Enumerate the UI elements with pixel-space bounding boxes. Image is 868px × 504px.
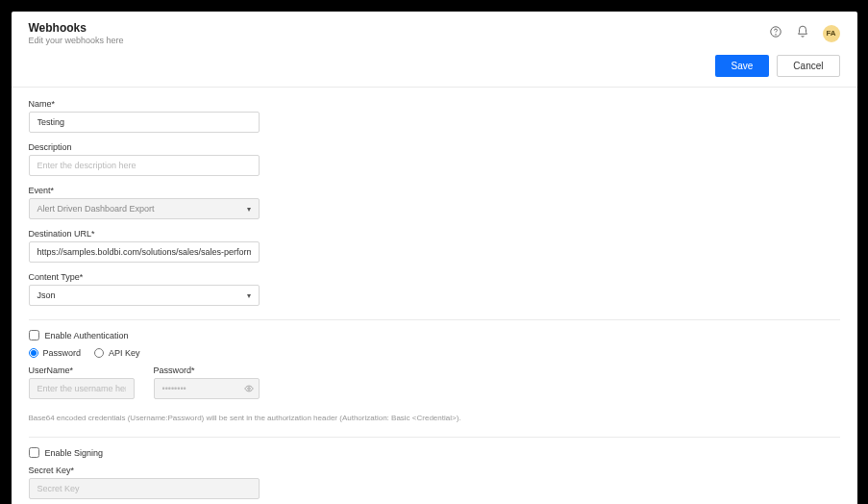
enable-signing-row: Enable Signing bbox=[29, 447, 840, 458]
divider bbox=[29, 319, 840, 320]
enable-auth-label: Enable Authentication bbox=[45, 331, 129, 340]
content-type-selected-value: Json bbox=[37, 290, 56, 300]
field-destination-url: Destination URL* bbox=[29, 229, 840, 263]
cancel-button[interactable]: Cancel bbox=[777, 55, 839, 77]
event-label: Event* bbox=[29, 186, 840, 195]
auth-type-radio-group: Password API Key bbox=[29, 348, 840, 358]
svg-point-2 bbox=[247, 388, 250, 391]
destination-input[interactable] bbox=[29, 241, 260, 263]
form-main: Name* Description Event* Alert Driven Da… bbox=[12, 88, 857, 504]
secret-key-input[interactable] bbox=[29, 478, 260, 499]
eye-icon[interactable] bbox=[244, 384, 254, 393]
header-actions: FA bbox=[769, 25, 840, 42]
header: Webhooks Edit your webhooks here FA bbox=[12, 12, 857, 51]
username-input[interactable] bbox=[29, 378, 135, 399]
description-input[interactable] bbox=[29, 155, 260, 176]
radio-password-item: Password bbox=[29, 348, 82, 358]
content-type-label: Content Type* bbox=[29, 272, 840, 282]
description-label: Description bbox=[29, 142, 840, 152]
action-bar: Save Cancel bbox=[12, 51, 857, 88]
radio-password[interactable] bbox=[29, 348, 38, 358]
page-title: Webhooks bbox=[29, 21, 124, 35]
enable-auth-row: Enable Authentication bbox=[29, 330, 840, 340]
divider bbox=[29, 437, 840, 438]
radio-apikey-label: API Key bbox=[109, 348, 140, 358]
title-block: Webhooks Edit your webhooks here bbox=[29, 21, 124, 45]
secret-key-label: Secret Key* bbox=[29, 466, 840, 475]
chevron-down-icon: ▾ bbox=[247, 205, 251, 214]
field-description: Description bbox=[29, 142, 840, 176]
name-input[interactable] bbox=[29, 112, 260, 133]
chevron-down-icon: ▾ bbox=[247, 291, 251, 300]
radio-password-label: Password bbox=[43, 348, 82, 358]
enable-auth-checkbox[interactable] bbox=[29, 330, 39, 340]
enable-signing-checkbox[interactable] bbox=[29, 447, 39, 458]
field-content-type: Content Type* Json ▾ bbox=[29, 272, 840, 306]
event-selected-value: Alert Driven Dashboard Export bbox=[37, 204, 155, 214]
enable-signing-label: Enable Signing bbox=[45, 448, 104, 458]
auth-credentials-row: UserName* Password* bbox=[29, 365, 840, 409]
name-label: Name* bbox=[29, 99, 840, 109]
field-username: UserName* bbox=[29, 365, 135, 399]
avatar[interactable]: FA bbox=[823, 25, 840, 42]
save-button[interactable]: Save bbox=[715, 55, 770, 77]
username-label: UserName* bbox=[29, 365, 135, 375]
auth-help-text: Base64 encoded credentials (Username:Pas… bbox=[29, 413, 840, 423]
field-event: Event* Alert Driven Dashboard Export ▾ bbox=[29, 186, 840, 219]
app-window: Webhooks Edit your webhooks here FA Save… bbox=[12, 12, 857, 504]
password-label: Password* bbox=[154, 365, 260, 375]
notification-icon[interactable] bbox=[796, 25, 809, 42]
destination-label: Destination URL* bbox=[29, 229, 840, 239]
radio-apikey-item: API Key bbox=[94, 348, 140, 358]
field-password: Password* bbox=[154, 365, 260, 399]
content-type-select[interactable]: Json ▾ bbox=[29, 285, 260, 306]
svg-point-1 bbox=[775, 34, 776, 35]
field-secret-key: Secret Key* bbox=[29, 466, 840, 499]
page-subtitle: Edit your webhooks here bbox=[29, 36, 124, 45]
event-select[interactable]: Alert Driven Dashboard Export ▾ bbox=[29, 198, 260, 219]
help-icon[interactable] bbox=[769, 25, 782, 42]
field-name: Name* bbox=[29, 99, 840, 133]
radio-apikey[interactable] bbox=[94, 348, 104, 358]
